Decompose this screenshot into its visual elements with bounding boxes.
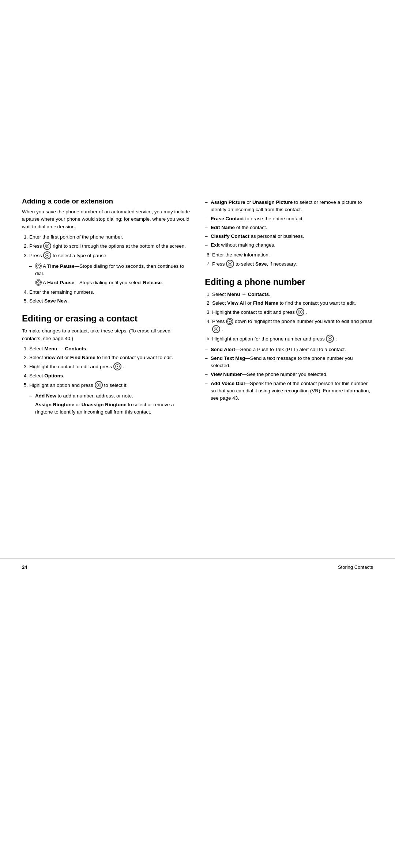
section-editing-phone-number: Editing a phone number Select Menu → Con… [205, 277, 373, 402]
section-editing-erasing: Editing or erasing a contact To make cha… [22, 313, 190, 416]
substeps-edit-options-cont: Assign Picture or Unassign Picture to se… [205, 199, 373, 249]
section-intro-adding-code: When you save the phone number of an aut… [22, 208, 190, 231]
steps-list-editing-erasing: Select Menu → Contacts. Select View All … [22, 345, 190, 389]
content-area: Adding a code or extension When you save… [0, 0, 395, 446]
step-2-phone: Select View All or Find Name to find the… [212, 300, 373, 307]
time-pause-icon [35, 263, 42, 269]
substep-classify-contact: Classify Contact as personal or business… [205, 233, 373, 240]
substeps-phone-options: Send Alert—Send a Push to Talk (PTT) ale… [205, 346, 373, 402]
section-title-editing-erasing: Editing or erasing a contact [22, 313, 190, 324]
step-4-edit: Select Options. [29, 372, 190, 380]
steps-list-adding-code: Enter the first portion of the phone num… [22, 233, 190, 260]
two-column-layout: Adding a code or extension When you save… [22, 197, 373, 425]
svg-marker-18 [229, 321, 231, 322]
substep-send-text-msg: Send Text Msg—Send a text message to the… [205, 355, 373, 370]
ok-button-icon-3 [95, 381, 103, 389]
ok-button-icon-7 [326, 335, 334, 343]
ok-button-icon-6 [212, 325, 220, 333]
substeps-pause-types: A Time Pause—Stops dialing for two secon… [29, 263, 190, 286]
substep-hard-pause: A Hard Pause—Stops dialing until you sel… [29, 279, 190, 286]
svg-point-7 [36, 280, 40, 284]
svg-marker-1 [47, 245, 48, 247]
substep-send-alert: Send Alert—Send a Push to Talk (PTT) ale… [205, 346, 373, 353]
step-3-phone: Highlight the contact to edit and press … [212, 308, 373, 316]
hard-pause-icon [35, 279, 42, 286]
substeps-edit-options: Add New to add a number, address, or not… [29, 392, 190, 416]
section-edit-erase-cont: Assign Picture or Unassign Picture to se… [205, 199, 373, 268]
page-number: 24 [22, 564, 27, 570]
step-5-edit: Highlight an option and press to select … [29, 381, 190, 389]
nav-down-icon [226, 318, 233, 325]
svg-point-16 [300, 311, 301, 313]
substep-edit-name: Edit Name of the contact. [205, 224, 373, 231]
svg-point-10 [117, 366, 118, 367]
ok-button-icon-4 [226, 260, 234, 268]
step-3-add: Press to select a type of pause. [29, 252, 190, 260]
substep-time-pause: A Time Pause—Stops dialing for two secon… [29, 263, 190, 278]
svg-point-22 [329, 338, 331, 339]
step-1-phone: Select Menu → Contacts. [212, 291, 373, 298]
svg-point-8 [38, 282, 39, 283]
nav-right-icon [43, 242, 51, 250]
substep-view-number: View Number—See the phone number you sel… [205, 371, 373, 378]
step-3-edit: Highlight the contact to edit and press … [29, 363, 190, 371]
steps-cont-edit-erase: Enter the new information. Press to sele… [205, 251, 373, 268]
substep-erase-contact: Erase Contact to erase the entire contac… [205, 215, 373, 222]
svg-point-20 [215, 328, 217, 330]
step-2-add: Press right to scroll through the option… [29, 242, 190, 250]
ok-button-icon [43, 251, 51, 259]
step-5-add: Select Save New. [29, 297, 190, 305]
substep-add-voice-dial: Add Voice Dial—Speak the name of the con… [205, 380, 373, 402]
substep-add-new: Add New to add a number, address, or not… [29, 392, 190, 400]
step-7-edit: Press to select Save, if necessary. [212, 260, 373, 268]
section-title-editing-phone: Editing a phone number [205, 277, 373, 287]
steps-list-editing-phone: Select Menu → Contacts. Select View All … [205, 291, 373, 343]
svg-point-14 [229, 263, 231, 264]
step-1-edit: Select Menu → Contacts. [29, 345, 190, 353]
page-footer: 24 Storing Contacts [0, 558, 395, 576]
svg-point-3 [46, 255, 48, 256]
substep-assign-picture: Assign Picture or Unassign Picture to se… [205, 199, 373, 214]
ok-button-icon-5 [296, 308, 304, 316]
step-4-add: Enter the remaining numbers. [29, 289, 190, 296]
column-left: Adding a code or extension When you save… [22, 197, 190, 425]
step-1-add: Enter the first portion of the phone num… [29, 233, 190, 241]
step-6-edit: Enter the new information. [212, 251, 373, 259]
step-5-phone: Highlight an option for the phone number… [212, 335, 373, 343]
section-adding-code: Adding a code or extension When you save… [22, 197, 190, 305]
section-intro-editing-erasing: To make changes to a contact, take these… [22, 327, 190, 342]
svg-point-12 [98, 384, 99, 385]
substep-assign-ringtone: Assign Ringtone or Unassign Ringtone to … [29, 401, 190, 416]
step-4-phone: Press down to highlight the phone number… [212, 318, 373, 333]
substep-exit: Exit without making changes. [205, 241, 373, 249]
steps-cont-adding-code: Enter the remaining numbers. Select Save… [22, 289, 190, 305]
ok-button-icon-2 [113, 362, 121, 370]
section-name: Storing Contacts [338, 564, 373, 570]
step-2-edit: Select View All or Find Name to find the… [29, 354, 190, 361]
column-right: Assign Picture or Unassign Picture to se… [205, 197, 373, 425]
page-container: Adding a code or extension When you save… [0, 0, 395, 868]
section-title-adding-code: Adding a code or extension [22, 197, 190, 205]
